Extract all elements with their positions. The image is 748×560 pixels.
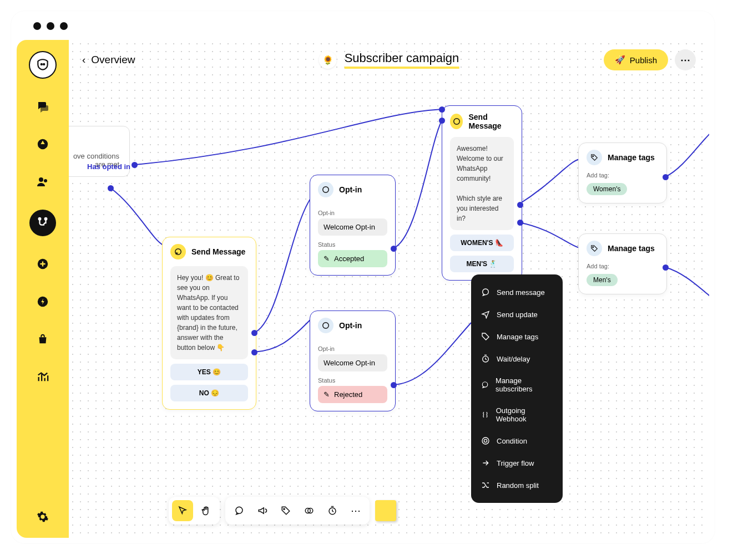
brand-logo[interactable] xyxy=(29,51,57,79)
nav-chat-icon[interactable] xyxy=(33,96,53,116)
status-label: Status xyxy=(318,377,387,384)
svg-point-0 xyxy=(41,64,42,65)
connector-dot[interactable] xyxy=(439,118,445,124)
window-dot xyxy=(33,22,41,30)
flow-canvas[interactable]: ‹ Overview 🌻 Subscriber campaign 🚀 Publi… xyxy=(69,40,709,538)
condition-text: ove conditions xyxy=(69,152,119,160)
connector-dot[interactable] xyxy=(251,330,257,336)
svg-point-16 xyxy=(482,382,487,387)
more-button[interactable]: ⋯ xyxy=(675,49,696,70)
tag-icon xyxy=(587,241,602,256)
nav-shop-icon[interactable] xyxy=(33,329,53,349)
manage-tags-node-2[interactable]: Manage tags Add tag: Men's xyxy=(578,233,667,294)
connector-dot[interactable] xyxy=(132,162,138,168)
connector-dot[interactable] xyxy=(251,349,257,355)
menu-wait-delay[interactable]: Wait/delay xyxy=(471,348,563,370)
optin-accepted-node[interactable]: Opt-in Opt-in Welcome Opt-in Status ✎ Ac… xyxy=(310,175,396,276)
tag-chip: Women's xyxy=(587,183,627,195)
connector-dot[interactable] xyxy=(517,220,523,226)
window-dot xyxy=(47,22,54,30)
node-title: Manage tags xyxy=(608,153,655,162)
node-title: Opt-in xyxy=(339,185,362,194)
svg-point-5 xyxy=(45,218,47,220)
mens-button[interactable]: MEN'S 🕺 xyxy=(450,256,514,272)
field-label: Opt-in xyxy=(318,345,387,352)
hand-tool[interactable] xyxy=(195,500,216,521)
tag-tool-icon[interactable] xyxy=(275,500,296,521)
svg-point-2 xyxy=(39,177,43,182)
nav-add-icon[interactable] xyxy=(33,254,53,274)
menu-send-update[interactable]: Send update xyxy=(471,303,563,325)
node-title: Send Message xyxy=(191,247,245,256)
menu-webhook[interactable]: Outgoing Webhook xyxy=(471,400,563,430)
publish-button[interactable]: 🚀 Publish xyxy=(604,49,668,70)
sidebar xyxy=(17,40,69,538)
chevron-left-icon: ‹ xyxy=(82,54,85,66)
condition-link[interactable]: Has opted in xyxy=(87,162,130,171)
field-label: Add tag: xyxy=(587,263,659,269)
svg-point-13 xyxy=(593,247,594,248)
pencil-icon: ✎ xyxy=(324,390,330,399)
send-message-node-2[interactable]: Send Message Awesome! Welcome to our Wha… xyxy=(442,105,522,281)
svg-point-20 xyxy=(284,508,285,510)
nav-bolt-icon[interactable] xyxy=(33,292,53,312)
message-body: Awesome! Welcome to our WhatsApp communi… xyxy=(450,137,514,230)
optin-rejected-node[interactable]: Opt-in Opt-in Welcome Opt-in Status ✎ Re… xyxy=(310,310,396,411)
connector-dot[interactable] xyxy=(517,202,523,208)
more-tools-icon[interactable]: ⋯ xyxy=(345,500,366,521)
connector-dot[interactable] xyxy=(439,106,445,113)
megaphone-tool-icon[interactable] xyxy=(252,500,273,521)
nav-flows-icon[interactable] xyxy=(29,210,56,236)
menu-manage-tags[interactable]: Manage tags xyxy=(471,325,563,348)
svg-point-10 xyxy=(323,323,329,329)
womens-button[interactable]: WOMEN'S 👠 xyxy=(450,235,514,251)
sticky-note-tool[interactable] xyxy=(375,500,396,521)
field-value: Welcome Opt-in xyxy=(318,218,387,236)
back-button[interactable]: ‹ Overview xyxy=(82,54,135,66)
manage-tags-node-1[interactable]: Manage tags Add tag: Women's xyxy=(578,142,667,203)
send-message-node[interactable]: Send Message Hey you! 😊 Great to see you… xyxy=(162,237,256,410)
nav-contacts-icon[interactable] xyxy=(33,172,53,192)
message-icon xyxy=(450,114,463,129)
status-rejected: ✎ Rejected xyxy=(318,386,387,403)
nav-analytics-icon[interactable] xyxy=(33,367,53,387)
connector-dot[interactable] xyxy=(108,185,114,191)
nav-broadcast-icon[interactable] xyxy=(33,134,53,154)
nav-settings-icon[interactable] xyxy=(33,507,53,527)
svg-point-12 xyxy=(593,156,594,157)
pointer-tool[interactable] xyxy=(172,500,193,521)
pencil-icon: ✎ xyxy=(324,254,330,263)
rocket-icon: 🚀 xyxy=(615,55,625,65)
message-tool-icon[interactable] xyxy=(229,500,250,521)
node-title: Opt-in xyxy=(339,321,362,330)
field-label: Opt-in xyxy=(318,210,387,216)
field-value: Welcome Opt-in xyxy=(318,354,387,371)
campaign-emoji-icon[interactable]: 🌻 xyxy=(319,51,337,69)
campaign-title[interactable]: Subscriber campaign xyxy=(345,51,459,69)
optin-icon xyxy=(318,318,333,333)
window-dot xyxy=(60,22,68,30)
menu-send-message[interactable]: Send message xyxy=(471,281,563,303)
menu-condition[interactable]: Condition xyxy=(471,430,563,452)
timer-tool-icon[interactable] xyxy=(322,500,343,521)
menu-manage-subscribers[interactable]: Manage subscribers xyxy=(471,370,563,400)
back-label: Overview xyxy=(91,54,135,66)
menu-trigger-flow[interactable]: Trigger flow xyxy=(471,452,563,474)
no-button[interactable]: NO 😔 xyxy=(170,385,248,401)
node-title: Manage tags xyxy=(608,244,655,253)
connector-dot[interactable] xyxy=(663,264,669,271)
svg-point-1 xyxy=(43,64,44,65)
condition-tool-icon[interactable] xyxy=(299,500,320,521)
yes-button[interactable]: YES 😊 xyxy=(170,364,248,380)
svg-point-9 xyxy=(323,187,329,193)
field-label: Add tag: xyxy=(587,172,659,179)
svg-point-4 xyxy=(39,218,41,220)
connector-dot[interactable] xyxy=(391,382,397,388)
connector-dot[interactable] xyxy=(663,174,669,180)
tag-icon xyxy=(587,150,602,165)
publish-label: Publish xyxy=(630,55,657,65)
optin-icon xyxy=(318,182,333,197)
connector-dot[interactable] xyxy=(391,246,397,252)
menu-random-split[interactable]: Random split xyxy=(471,474,563,496)
svg-point-19 xyxy=(236,507,242,513)
